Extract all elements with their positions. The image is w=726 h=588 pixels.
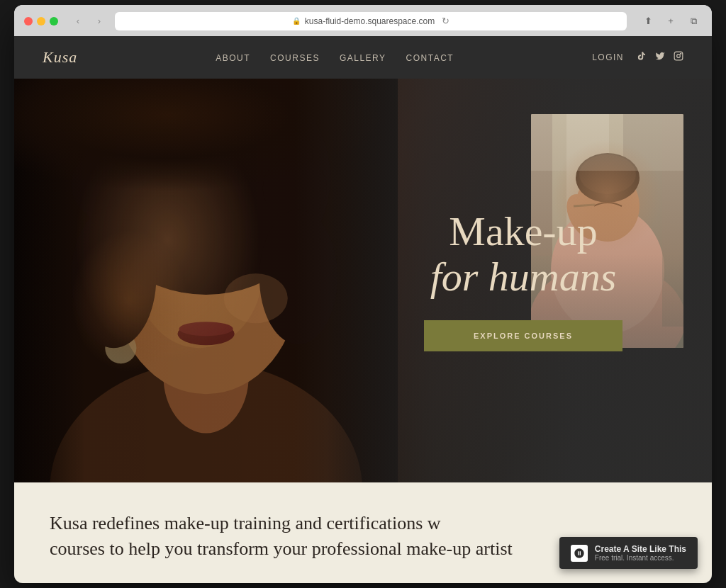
svg-rect-0	[674, 52, 683, 60]
browser-chrome: ‹ › 🔒 kusa-fluid-demo.squarespace.com ↻ …	[14, 5, 712, 36]
nav-about[interactable]: ABOUT	[216, 53, 250, 63]
squarespace-logo	[571, 545, 588, 562]
close-button[interactable]	[24, 17, 33, 26]
reload-icon[interactable]: ↻	[442, 16, 449, 26]
below-hero-line2: courses to help you transform your profe…	[50, 538, 513, 559]
nav-gallery[interactable]: GALLERY	[340, 53, 386, 63]
twitter-icon[interactable]	[655, 51, 665, 63]
traffic-lights	[24, 17, 58, 26]
below-hero-line1: Kusa redefines make-up training and cert…	[50, 513, 441, 533]
website: Kusa ABOUT COURSES GALLERY CONTACT LOGIN	[14, 36, 712, 584]
browser-window: ‹ › 🔒 kusa-fluid-demo.squarespace.com ↻ …	[14, 5, 712, 584]
svg-point-2	[681, 53, 681, 54]
below-hero-text: Kusa redefines make-up training and cert…	[50, 511, 581, 562]
nav-contact[interactable]: CONTACT	[406, 53, 454, 63]
hero-title-line1: Make-up	[430, 209, 617, 254]
login-link[interactable]: LOGIN	[592, 52, 624, 62]
share-button[interactable]: ⬆	[640, 14, 657, 28]
badge-main-text: Create A Site Like This	[595, 544, 686, 554]
lock-icon: 🔒	[292, 17, 301, 25]
nav-courses[interactable]: COURSES	[270, 53, 320, 63]
browser-nav: ‹ ›	[69, 14, 108, 28]
hero-section: Make-up for humans EXPLORE COURSES	[14, 79, 712, 482]
squarespace-badge[interactable]: Create A Site Like This Free trial. Inst…	[559, 537, 698, 569]
nav-links: ABOUT COURSES GALLERY CONTACT	[216, 51, 454, 64]
badge-sub-text: Free trial. Instant access.	[595, 554, 686, 562]
address-bar[interactable]: 🔒 kusa-fluid-demo.squarespace.com ↻	[115, 12, 627, 30]
windows-button[interactable]: ⧉	[685, 14, 702, 28]
hero-title: Make-up for humans	[430, 209, 617, 300]
minimize-button[interactable]	[37, 17, 45, 26]
hero-title-line2: for humans	[430, 254, 617, 300]
site-navigation: Kusa ABOUT COURSES GALLERY CONTACT LOGIN	[14, 36, 712, 79]
explore-courses-button[interactable]: EXPLORE COURSES	[424, 320, 622, 351]
url-text: kusa-fluid-demo.squarespace.com	[305, 16, 435, 26]
svg-point-1	[677, 55, 681, 58]
badge-text: Create A Site Like This Free trial. Inst…	[595, 544, 686, 562]
social-icons	[637, 51, 683, 63]
tiktok-icon[interactable]	[637, 51, 647, 63]
new-tab-button[interactable]: +	[662, 14, 679, 28]
fullscreen-button[interactable]	[50, 17, 58, 26]
hero-content: Make-up for humans EXPLORE COURSES	[363, 79, 712, 482]
instagram-icon[interactable]	[674, 51, 683, 63]
site-logo[interactable]: Kusa	[43, 48, 77, 67]
forward-button[interactable]: ›	[91, 14, 108, 28]
hero-wrapper: Make-up for humans EXPLORE COURSES Kusa …	[14, 79, 712, 584]
nav-right: LOGIN	[592, 51, 683, 63]
back-button[interactable]: ‹	[69, 14, 86, 28]
browser-actions: ⬆ + ⧉	[640, 14, 702, 28]
